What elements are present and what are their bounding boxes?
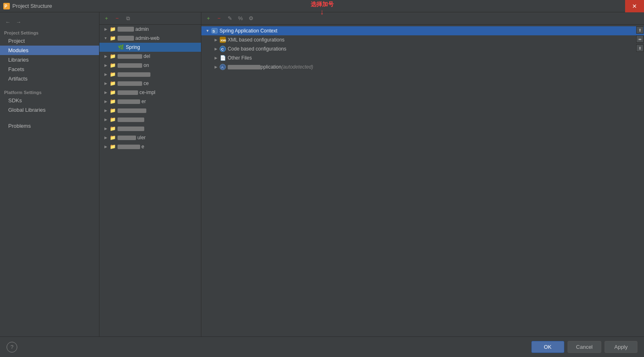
expand-icon-m6: ▶: [103, 99, 108, 104]
bottom-left: ?: [7, 342, 528, 352]
spring-context-root[interactable]: ▼ S Spring Application Context: [201, 26, 644, 35]
add-config-button[interactable]: +: [204, 14, 213, 23]
mod10-suffix: uler: [136, 135, 145, 140]
tree-item-mod8[interactable]: ▶ 📁: [99, 115, 201, 124]
platform-settings-label: Platform Settings: [0, 88, 99, 96]
remove-config-button[interactable]: −: [215, 14, 224, 23]
code-config-item[interactable]: ▶ C Code based configurations: [201, 44, 644, 53]
blurred-m1: [118, 54, 142, 59]
right-pane: + − ✎ % ⚙ ▼ S Spring Application Conte: [201, 12, 644, 336]
folder-icon-m6: 📁: [109, 98, 116, 105]
module-tree: ▶ 📁 admin ▼ 📁 admin-web 🌿 Spring: [99, 25, 201, 336]
mod1-suffix: del: [142, 53, 150, 59]
tree-item-admin-web[interactable]: ▼ 📁 admin-web: [99, 34, 201, 43]
folder-icon-web: 📁: [109, 35, 116, 41]
annotation-text: 选择加号: [311, 1, 334, 8]
svg-text:XML: XML: [220, 39, 226, 42]
other-files-item[interactable]: ▶ 📄 Other Files: [201, 53, 644, 62]
blurred-m5: [118, 90, 138, 95]
expand-other: ▶: [213, 55, 219, 61]
expand-icon-m2: ▶: [103, 62, 108, 68]
spring-tree: ▼ S Spring Application Context ▶: [201, 25, 644, 336]
folder-icon-m10: 📁: [109, 134, 116, 141]
tree-item-mod9[interactable]: ▶ 📁: [99, 124, 201, 133]
other-files-label: Other Files: [228, 55, 252, 61]
sidebar: ← → Project Settings Project Modules Lib…: [0, 12, 99, 336]
right-scrollbar: ⬆ ⬌ ⬍: [636, 25, 644, 52]
tree-item-mod2[interactable]: ▶ 📁 on: [99, 61, 201, 70]
scroll-expand-button[interactable]: ⬌: [636, 35, 644, 43]
xml-config-item[interactable]: ▶ XML XML based configurations: [201, 35, 644, 44]
other-files-icon: 📄: [219, 55, 226, 61]
auto-label: pplication: [261, 64, 282, 70]
gear-button[interactable]: ⚙: [247, 14, 256, 23]
remove-module-button[interactable]: −: [113, 14, 122, 23]
blurred-m3: [118, 72, 150, 77]
help-button[interactable]: ?: [7, 342, 17, 352]
blurred-m7: [118, 108, 146, 113]
tree-item-mod3[interactable]: ▶ 📁: [99, 70, 201, 79]
blurred-adminweb: [118, 36, 134, 41]
cancel-button[interactable]: Cancel: [568, 341, 601, 353]
folder-icon-m11: 📁: [109, 143, 116, 150]
mod4-suffix: ce: [142, 81, 149, 86]
annotation-overlay: 选择加号 ↓: [311, 1, 334, 16]
tree-item-mod1[interactable]: ▶ 📁 del: [99, 52, 201, 61]
auto-icon: A: [219, 64, 226, 70]
tree-item-mod10[interactable]: ▶ 📁 uler: [99, 133, 201, 142]
sidebar-item-sdks[interactable]: SDKs: [0, 96, 99, 105]
mod6-suffix: er: [140, 99, 146, 104]
code-config-label: Code based configurations: [228, 46, 286, 52]
nav-arrows: ← →: [0, 16, 99, 28]
percent-button[interactable]: %: [236, 14, 245, 23]
tree-item-mod11[interactable]: ▶ 📁 e: [99, 142, 201, 151]
sidebar-item-artifacts[interactable]: Artifacts: [0, 74, 99, 83]
expand-xml: ▶: [213, 37, 219, 43]
bottom-bar: ? OK Cancel Apply: [0, 336, 644, 357]
blurred-m9: [118, 127, 144, 131]
expand-icon-m5: ▶: [103, 90, 108, 95]
svg-text:C: C: [221, 47, 224, 51]
copy-module-button[interactable]: ⧉: [123, 14, 132, 23]
sidebar-item-facets[interactable]: Facets: [0, 64, 99, 74]
app-icon: P: [3, 3, 10, 9]
scroll-up-button[interactable]: ⬆: [636, 26, 644, 34]
nav-back-button[interactable]: ←: [3, 17, 12, 26]
sidebar-item-libraries[interactable]: Libraries: [0, 55, 99, 64]
spring-label: Spring: [126, 44, 140, 50]
tree-item-mod7[interactable]: ▶ 📁: [99, 106, 201, 115]
folder-icon-m3: 📁: [109, 71, 116, 78]
autodetected-item[interactable]: ▶ A pplication (autodetected): [201, 62, 644, 71]
folder-icon-m2: 📁: [109, 62, 116, 69]
tree-item-mod6[interactable]: ▶ 📁 er: [99, 97, 201, 106]
scroll-collapse-button[interactable]: ⬍: [636, 44, 644, 52]
add-module-button[interactable]: +: [102, 14, 111, 23]
expand-icon-web: ▼: [103, 35, 108, 41]
sidebar-item-global-libraries[interactable]: Global Libraries: [0, 105, 99, 115]
expand-code: ▶: [213, 46, 219, 52]
spring-context-icon: S: [211, 28, 218, 34]
tree-item-admin[interactable]: ▶ 📁 admin: [99, 25, 201, 34]
sidebar-item-modules[interactable]: Modules: [0, 46, 99, 55]
blurred-m4: [118, 81, 142, 86]
svg-text:A: A: [221, 65, 224, 69]
expand-icon-spring: [111, 44, 117, 50]
nav-forward-button[interactable]: →: [14, 17, 23, 26]
expand-icon-m11: ▶: [103, 144, 108, 150]
tree-item-spring[interactable]: 🌿 Spring: [99, 43, 201, 52]
mod2-suffix: on: [142, 62, 149, 68]
apply-button[interactable]: Apply: [605, 341, 637, 353]
edit-config-button[interactable]: ✎: [225, 14, 234, 23]
expand-icon: ▶: [103, 26, 108, 32]
ok-button[interactable]: OK: [531, 341, 564, 353]
sidebar-item-problems[interactable]: Problems: [0, 121, 99, 131]
xml-config-label: XML based configurations: [228, 37, 284, 43]
expand-icon-m4: ▶: [103, 81, 108, 86]
close-button[interactable]: ✕: [625, 0, 644, 12]
tree-item-mod5[interactable]: ▶ 📁 ce-impl: [99, 88, 201, 97]
content-area: ← → Project Settings Project Modules Lib…: [0, 12, 644, 336]
tree-item-mod4[interactable]: ▶ 📁 ce: [99, 79, 201, 88]
folder-icon-m7: 📁: [109, 107, 116, 114]
expand-icon-m3: ▶: [103, 71, 108, 77]
sidebar-item-project[interactable]: Project: [0, 36, 99, 46]
